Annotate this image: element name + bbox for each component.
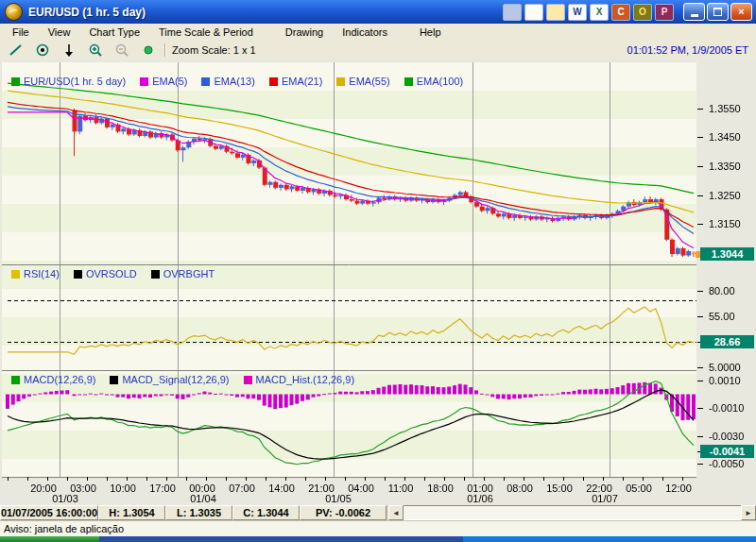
menu-drawing[interactable]: Drawing xyxy=(276,25,333,40)
calendar-icon[interactable]: C xyxy=(611,4,630,21)
close-button[interactable]: × xyxy=(730,3,752,21)
tool-bar: Zoom Scale: 1 x 1 01:01:52 PM, 1/9/2005 … xyxy=(0,41,756,59)
crosshair-tool-icon[interactable] xyxy=(32,42,53,58)
word-icon[interactable]: W xyxy=(568,4,587,21)
minimize-icon xyxy=(691,14,698,17)
scroll-right-arrow[interactable]: ► xyxy=(741,505,756,520)
restore-button[interactable] xyxy=(707,3,729,21)
clock-icon[interactable]: O xyxy=(633,4,652,21)
status-low: L: 1.3035 xyxy=(165,505,232,520)
folder-icon[interactable] xyxy=(546,4,565,21)
notes-icon[interactable] xyxy=(524,4,543,21)
application-window: EUR/USD (1 hr. 5 day) WXCOP × File View … xyxy=(0,0,756,542)
restore-icon xyxy=(713,8,722,16)
zoom-in-icon[interactable] xyxy=(85,42,106,58)
close-icon: × xyxy=(738,7,744,17)
status-bar: 01/07/2005 16:00:00 H: 1.3054 L: 1.3035 … xyxy=(0,505,756,520)
toolbar-separator xyxy=(164,43,166,57)
menu-view[interactable]: View xyxy=(39,25,80,40)
menu-file[interactable]: File xyxy=(0,25,39,40)
menu-help[interactable]: Help xyxy=(410,25,451,40)
taskbar-right-segment xyxy=(463,536,756,542)
taskbar-strip xyxy=(0,536,756,542)
zoom-out-icon[interactable] xyxy=(112,42,132,58)
app-icon xyxy=(5,3,23,21)
status-pv: PV: -0.0062 xyxy=(300,505,387,520)
taskbar-start-segment[interactable] xyxy=(0,536,99,542)
chart-canvas[interactable] xyxy=(0,59,756,505)
menu-chart-type[interactable]: Chart Type xyxy=(79,25,149,40)
trendline-tool-icon[interactable] xyxy=(6,42,26,58)
horizontal-scrollbar[interactable]: ◄ ► xyxy=(388,505,756,520)
status-high: H: 1.3054 xyxy=(98,505,165,520)
marker-ball-icon[interactable] xyxy=(138,42,159,58)
arrow-down-tool-icon[interactable] xyxy=(59,42,79,58)
status-close: C: 1.3044 xyxy=(232,505,300,520)
scroll-left-arrow[interactable]: ◄ xyxy=(388,505,404,520)
key-icon[interactable]: P xyxy=(655,4,674,21)
titlebar-quick-launch: WXCOP xyxy=(503,4,674,21)
window-title: EUR/USD (1 hr. 5 day) xyxy=(28,6,146,19)
zoom-scale-label: Zoom Scale: 1 x 1 xyxy=(172,44,256,56)
title-bar[interactable]: EUR/USD (1 hr. 5 day) WXCOP × xyxy=(0,0,756,24)
notice-text: Aviso: janela de aplicação xyxy=(4,523,124,534)
notice-bar: Aviso: janela de aplicação xyxy=(0,520,756,536)
scroll-track[interactable] xyxy=(404,505,741,520)
clock-display: 01:01:52 PM, 1/9/2005 ET xyxy=(627,44,748,56)
excel-icon[interactable]: X xyxy=(590,4,609,21)
menu-time-scale-period[interactable]: Time Scale & Period xyxy=(149,25,263,40)
menu-bar: File View Chart Type Time Scale & Period… xyxy=(0,24,756,42)
status-timestamp: 01/07/2005 16:00:00 xyxy=(0,505,98,520)
menu-indicators[interactable]: Indicators xyxy=(333,25,397,40)
desktop-grid-icon[interactable] xyxy=(503,4,522,21)
taskbar-middle-segment xyxy=(99,536,463,542)
minimize-button[interactable] xyxy=(683,3,705,21)
